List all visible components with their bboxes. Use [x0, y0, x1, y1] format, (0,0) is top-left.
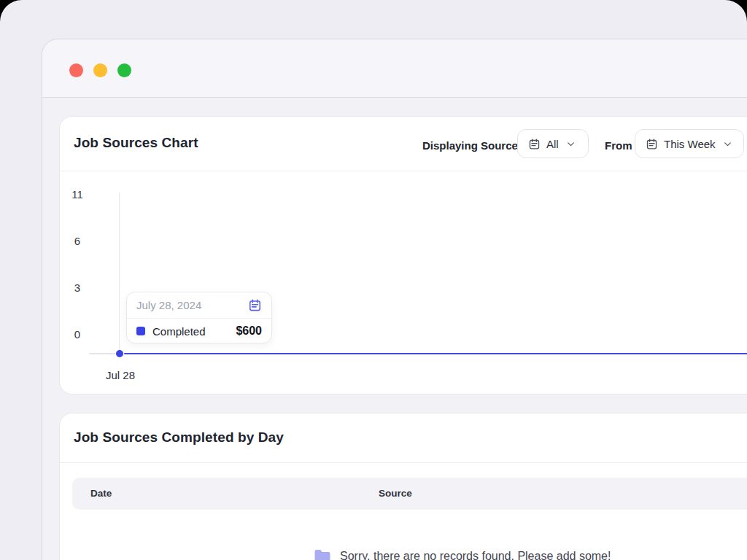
job-sources-by-day-card: Job Sources Completed by Day Date Source… [59, 413, 747, 560]
y-axis-line [119, 192, 120, 354]
app-window: Job Sources Chart Displaying Source All [42, 39, 747, 560]
calendar-icon [646, 138, 658, 150]
y-axis-tick-label: 3 [66, 281, 89, 294]
screen: Job Sources Chart Displaying Source All [0, 0, 747, 560]
source-filter-value: All [546, 138, 559, 150]
completed-series-line [124, 353, 747, 354]
y-axis-tick-label: 0 [66, 328, 89, 341]
calendar-icon [528, 138, 541, 150]
chart-card-title: Job Sources Chart [74, 135, 198, 151]
series-color-swatch [136, 327, 145, 335]
column-header-source: Source [379, 488, 412, 499]
x-axis-tick-label: Jul 28 [98, 369, 142, 381]
traffic-lights [69, 63, 131, 77]
chevron-down-icon [566, 139, 576, 149]
tooltip-series-label: Completed [152, 325, 206, 338]
empty-state-message: Sorry, there are no records found. Pleas… [340, 550, 611, 560]
table-header-row: Date Source [72, 478, 747, 510]
card-header-divider [60, 171, 747, 171]
tooltip-date: July 28, 2024 [136, 299, 201, 311]
minimize-button[interactable] [93, 63, 107, 77]
tooltip-series-row: Completed $600 [127, 319, 271, 343]
table-card-title: Job Sources Completed by Day [74, 429, 284, 446]
chevron-down-icon [723, 139, 732, 149]
folder-icon [314, 549, 331, 560]
displaying-source-label: Displaying Source [422, 139, 518, 152]
window-titlebar [42, 39, 747, 98]
period-filter-value: This Week [664, 138, 716, 150]
y-axis-tick-label: 6 [66, 235, 89, 247]
data-point-jul28[interactable] [116, 350, 123, 357]
tooltip-series-value: $600 [236, 324, 262, 338]
source-filter-dropdown[interactable]: All [517, 129, 589, 158]
column-header-date: Date [90, 488, 112, 499]
calendar-icon [248, 298, 262, 312]
maximize-button[interactable] [117, 63, 131, 77]
close-button[interactable] [69, 63, 83, 77]
empty-state: Sorry, there are no records found. Pleas… [314, 546, 611, 560]
tooltip-header: July 28, 2024 [127, 292, 271, 318]
from-label: From [605, 139, 632, 152]
period-filter-dropdown[interactable]: This Week [635, 129, 744, 158]
card-header-divider [60, 462, 747, 463]
chart-tooltip: July 28, 2024 Completed $600 [126, 292, 272, 343]
y-axis-tick-label: 11 [66, 188, 89, 201]
x-axis-baseline [89, 353, 115, 354]
job-sources-chart-card: Job Sources Chart Displaying Source All [59, 116, 747, 394]
